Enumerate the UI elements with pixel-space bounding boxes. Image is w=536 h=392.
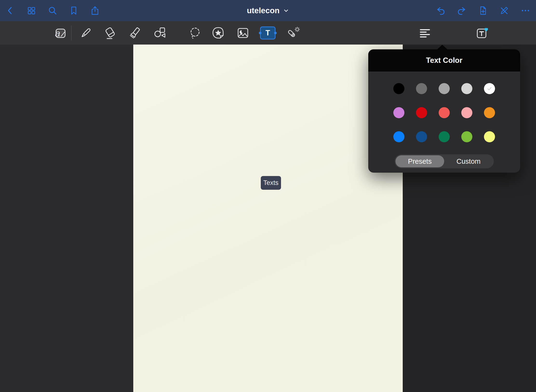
redo-button[interactable] [456, 5, 467, 16]
selection-handle-left [259, 32, 261, 34]
color-swatch[interactable] [393, 107, 404, 118]
canvas-margin-left [0, 45, 133, 392]
popover-title: Text Color [368, 49, 520, 72]
read-mode-button[interactable]: a [53, 26, 68, 40]
color-swatch[interactable] [484, 107, 495, 118]
undo-icon [436, 6, 446, 16]
pen-slash-icon [499, 6, 509, 16]
pen-tool-button[interactable] [78, 26, 93, 40]
shapes-tool-button[interactable] [152, 26, 167, 40]
color-swatch[interactable] [439, 131, 450, 142]
shapes-icon [153, 26, 167, 40]
read-mode-icon: a [53, 26, 67, 40]
color-swatch[interactable] [416, 107, 427, 118]
more-button[interactable] [520, 5, 531, 16]
tab-custom[interactable]: Custom [444, 155, 493, 167]
redo-icon [457, 6, 467, 16]
bookmark-icon [69, 6, 79, 16]
add-page-button[interactable] [478, 5, 488, 16]
text-alignment-button[interactable] [417, 26, 432, 40]
share-button[interactable] [90, 5, 100, 16]
presets-custom-segmented-control: Presets Custom [395, 154, 494, 168]
title-chevron-down-icon [283, 7, 289, 14]
toolbar: a [0, 21, 536, 45]
text-object-label: Texts [263, 179, 278, 187]
swatch-row [393, 107, 495, 118]
sticker-star-icon [211, 26, 226, 40]
selection-handle-right [274, 32, 277, 34]
navbar-left-group [0, 5, 100, 16]
note-page[interactable] [133, 45, 403, 392]
swatch-grid [368, 72, 520, 142]
popover-arrow [437, 45, 448, 50]
sticker-tool-button[interactable] [211, 26, 226, 40]
favorite-text-style-button[interactable] [475, 26, 489, 40]
color-swatch[interactable] [416, 131, 427, 142]
navbar-right-group [435, 5, 536, 16]
eraser-tool-button[interactable] [103, 26, 118, 40]
back-button[interactable] [5, 5, 15, 16]
laser-tool-button[interactable] [286, 26, 301, 40]
heart-icon [484, 28, 488, 31]
add-page-icon [478, 6, 488, 16]
back-chevron-icon [5, 6, 15, 16]
check-icon [486, 85, 493, 92]
highlighter-tool-button[interactable] [127, 26, 142, 40]
undo-button[interactable] [435, 5, 446, 16]
favorite-text-style-icon [475, 26, 489, 40]
laser-pointer-icon [286, 26, 300, 40]
text-tool-button[interactable]: T [260, 26, 275, 39]
color-swatch[interactable] [393, 131, 404, 142]
pen-icon [78, 26, 93, 40]
text-alignment-icon [418, 26, 432, 40]
more-ellipsis-icon [520, 6, 530, 16]
color-swatch[interactable] [393, 83, 404, 94]
tab-presets[interactable]: Presets [395, 155, 444, 167]
document-title: utelecon [247, 6, 280, 15]
lasso-icon [188, 26, 202, 40]
text-color-popover: Text Color Presets Custom [368, 49, 520, 173]
search-icon [47, 6, 58, 16]
text-tool-glyph: T [266, 29, 270, 37]
lasso-tool-button[interactable] [187, 26, 202, 40]
share-icon [90, 6, 100, 16]
highlighter-icon [128, 26, 142, 40]
search-button[interactable] [47, 5, 58, 16]
color-swatch[interactable] [484, 131, 495, 142]
stop-editing-button[interactable] [499, 5, 509, 16]
thumbnails-button[interactable] [26, 5, 37, 16]
text-object[interactable]: Texts [261, 176, 281, 190]
color-swatch[interactable] [461, 83, 472, 94]
svg-text:a: a [54, 28, 60, 38]
thumbnails-grid-icon [26, 6, 36, 16]
color-swatch[interactable] [439, 83, 450, 94]
swatch-row [393, 131, 495, 142]
toolbar-divider [71, 26, 72, 40]
app-window: utelecon [0, 0, 536, 392]
swatch-row [393, 83, 495, 94]
color-swatch[interactable] [484, 83, 495, 94]
image-tool-button[interactable] [235, 26, 250, 40]
color-swatch[interactable] [461, 107, 472, 118]
color-swatch[interactable] [461, 131, 472, 142]
image-icon [236, 26, 250, 40]
color-swatch[interactable] [416, 83, 427, 94]
bookmark-button[interactable] [68, 5, 79, 16]
eraser-icon [103, 26, 117, 40]
navbar: utelecon [0, 0, 536, 21]
color-swatch[interactable] [439, 107, 450, 118]
